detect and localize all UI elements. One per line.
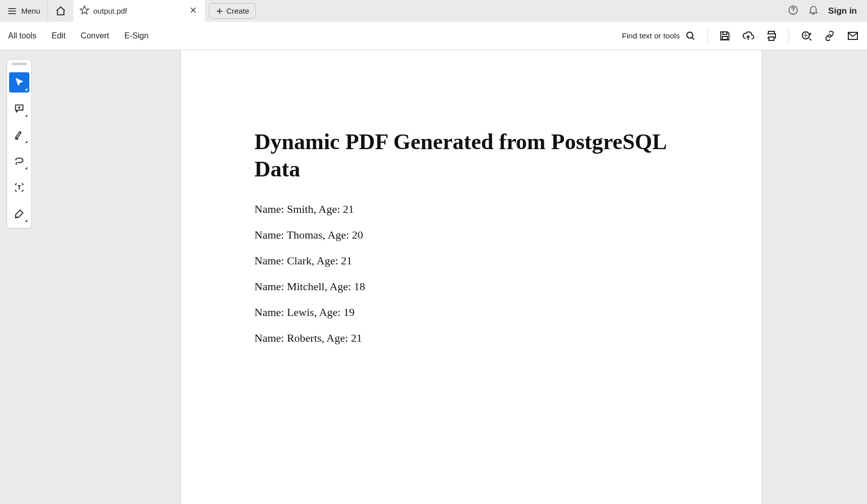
separator <box>707 29 708 42</box>
tool-all-tools[interactable]: All tools <box>8 31 36 40</box>
signature-icon <box>14 208 25 219</box>
page-area[interactable]: Dynamic PDF Generated from PostgreSQL Da… <box>0 50 867 504</box>
save-icon <box>719 30 731 42</box>
lasso-icon <box>14 156 25 167</box>
ai-sparkle-icon <box>800 30 812 42</box>
menu-button[interactable]: Menu <box>0 0 48 22</box>
text-select-icon <box>14 182 25 193</box>
home-button[interactable] <box>48 0 73 22</box>
titlebar: Menu output.pdf Create Sign in <box>0 0 867 22</box>
link-button[interactable] <box>823 30 836 42</box>
highlight-tool[interactable] <box>9 125 29 145</box>
hamburger-icon <box>7 6 17 16</box>
tools-palette[interactable] <box>7 59 32 228</box>
close-icon <box>190 7 197 14</box>
help-button[interactable] <box>788 5 799 18</box>
save-button[interactable] <box>719 30 731 42</box>
tab-close-button[interactable] <box>188 5 199 18</box>
svg-line-11 <box>692 37 694 39</box>
toolbar: All tools Edit Convert E-Sign Find text … <box>0 22 867 50</box>
document-tab[interactable]: output.pdf <box>73 0 205 22</box>
expand-corner-icon <box>25 88 27 90</box>
comment-icon <box>14 103 25 114</box>
link-icon <box>823 30 836 42</box>
email-button[interactable] <box>847 30 859 42</box>
find-button[interactable]: Find text or tools <box>622 30 696 41</box>
menu-label: Menu <box>21 7 40 15</box>
titlebar-spacer <box>256 0 778 22</box>
help-icon <box>788 5 799 16</box>
plus-icon <box>215 7 224 15</box>
email-icon <box>847 30 859 42</box>
svg-rect-12 <box>722 36 727 39</box>
expand-corner-icon <box>25 219 27 222</box>
document-heading: Dynamic PDF Generated from PostgreSQL Da… <box>254 128 688 182</box>
create-button[interactable]: Create <box>209 3 256 19</box>
print-icon <box>765 30 777 42</box>
document-line: Name: Mitchell, Age: 18 <box>254 280 688 293</box>
star-icon[interactable] <box>79 5 90 17</box>
titlebar-right: Sign in <box>777 0 867 22</box>
svg-point-9 <box>793 12 794 13</box>
expand-corner-icon <box>25 114 27 117</box>
find-label: Find text or tools <box>622 31 680 40</box>
cursor-icon <box>14 77 25 88</box>
document-line: Name: Thomas, Age: 20 <box>254 228 688 242</box>
notifications-button[interactable] <box>808 5 819 18</box>
svg-marker-3 <box>80 6 89 14</box>
text-select-tool[interactable] <box>9 177 29 198</box>
tab-title: output.pdf <box>94 7 184 15</box>
tool-esign[interactable]: E-Sign <box>124 31 149 40</box>
expand-corner-icon <box>25 167 27 169</box>
print-button[interactable] <box>765 30 777 42</box>
toolbar-left: All tools Edit Convert E-Sign <box>8 31 149 40</box>
svg-point-10 <box>687 32 693 38</box>
upload-button[interactable] <box>742 30 754 42</box>
create-label: Create <box>227 7 249 15</box>
comment-tool[interactable] <box>9 99 29 119</box>
selection-tool[interactable] <box>9 72 29 93</box>
document-line: Name: Smith, Age: 21 <box>254 203 688 216</box>
svg-rect-14 <box>769 37 774 40</box>
toolbar-right: Find text or tools <box>622 29 859 42</box>
bell-icon <box>808 5 819 16</box>
palette-grip[interactable] <box>12 63 27 65</box>
expand-corner-icon <box>25 141 27 143</box>
ai-assistant-button[interactable] <box>800 30 812 42</box>
draw-tool[interactable] <box>9 151 29 171</box>
pdf-page: Dynamic PDF Generated from PostgreSQL Da… <box>181 50 762 504</box>
search-icon <box>685 30 696 41</box>
tool-convert[interactable]: Convert <box>81 31 109 40</box>
signin-button[interactable]: Sign in <box>828 6 857 16</box>
titlebar-left: Menu output.pdf Create <box>0 0 256 22</box>
document-line: Name: Roberts, Age: 21 <box>254 332 688 345</box>
highlighter-icon <box>14 129 25 141</box>
sign-tool[interactable] <box>9 204 29 224</box>
separator <box>789 29 789 42</box>
document-line: Name: Lewis, Age: 19 <box>254 306 688 319</box>
workspace: Dynamic PDF Generated from PostgreSQL Da… <box>0 50 867 504</box>
cloud-upload-icon <box>742 30 754 42</box>
document-line: Name: Clark, Age: 21 <box>254 254 688 267</box>
home-icon <box>55 6 66 17</box>
tool-edit[interactable]: Edit <box>52 31 66 40</box>
